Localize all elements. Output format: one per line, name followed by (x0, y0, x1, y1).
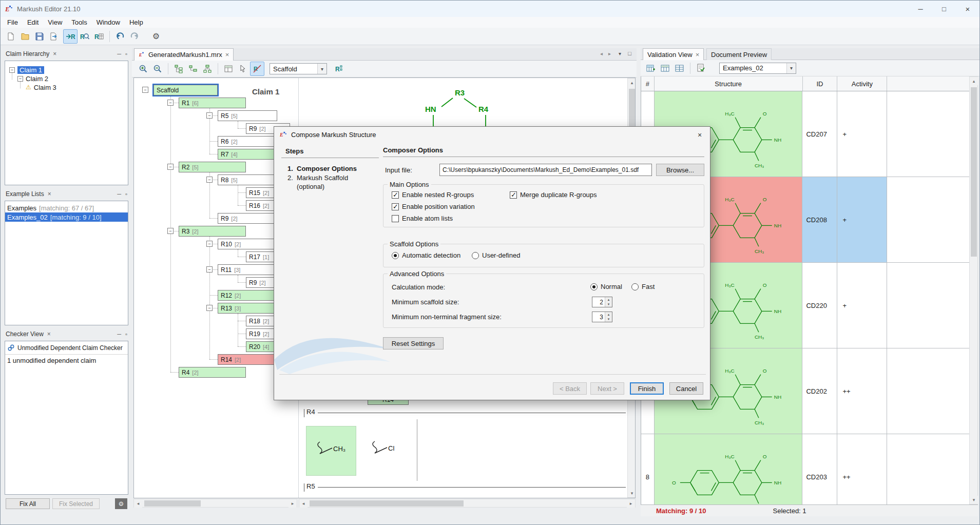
reset-settings-button[interactable]: Reset Settings (383, 337, 444, 349)
activity-cell[interactable]: ++ (837, 434, 887, 504)
close-icon[interactable]: × (696, 51, 700, 59)
close-icon[interactable]: × (46, 330, 52, 338)
activity-cell[interactable]: + (837, 177, 887, 263)
finish-button[interactable]: Finish (630, 382, 664, 395)
id-cell[interactable]: CD208 (802, 177, 837, 263)
activity-cell[interactable]: ++ (837, 348, 887, 434)
scroll-right-icon[interactable]: ▸ (627, 499, 635, 508)
scroll-up-icon[interactable]: ▴ (970, 77, 978, 85)
column-header-id[interactable]: ID (803, 76, 838, 91)
rgroup-node-r3[interactable]: R3[2] (179, 226, 246, 237)
scroll-down-icon[interactable]: ▾ (970, 496, 978, 504)
canvas-horizontal-scrollbar[interactable]: ◂ ▸ (299, 499, 636, 508)
checkbox-enable-atom-lists[interactable]: Enable atom lists (392, 215, 453, 222)
close-icon[interactable]: × (52, 50, 57, 57)
redo-button[interactable] (127, 29, 142, 44)
next-button[interactable]: Next > (590, 382, 624, 395)
fix-selected-button[interactable]: Fix Selected (52, 498, 100, 509)
minimize-panel-icon[interactable]: ─ (117, 331, 121, 337)
expand-all-button[interactable] (171, 62, 186, 76)
rgroup-node-r2[interactable]: R2[5] (179, 162, 246, 172)
rgroup-node-r7[interactable]: R7[4] (218, 149, 277, 160)
grid-view-button[interactable] (221, 62, 236, 76)
tree-layout-button[interactable] (200, 62, 215, 76)
menu-item[interactable]: Edit (23, 17, 43, 27)
checker-item[interactable]: Unmodified Dependent Claim Checker (5, 341, 128, 355)
scrollbar-thumb[interactable] (310, 500, 464, 507)
column-header-num[interactable]: # (641, 76, 655, 91)
claim-item-2[interactable]: − Claim 2 (15, 74, 50, 83)
fix-all-button[interactable]: Fix All (6, 498, 50, 509)
tab-scroll-right-icon[interactable]: ▸ (608, 51, 611, 56)
column-header-activity[interactable]: Activity (837, 76, 887, 91)
tree-expander[interactable]: − (206, 177, 213, 183)
tree-expander[interactable]: − (167, 100, 174, 106)
open-file-button[interactable] (18, 29, 32, 44)
scroll-left-icon[interactable]: ◂ (134, 499, 142, 508)
rgroup-node-r6[interactable]: R6[2] (218, 136, 277, 147)
export-button[interactable] (47, 29, 61, 44)
id-cell[interactable]: CD207 (802, 91, 837, 177)
scroll-down-icon[interactable]: ▾ (628, 489, 636, 497)
tree-expander[interactable]: − (206, 266, 213, 273)
dataset-select[interactable]: Examples_02 ▾ (719, 63, 796, 74)
new-document-button[interactable] (4, 29, 18, 44)
menu-item[interactable]: Window (92, 17, 125, 27)
claim-item-1[interactable]: − Claim 1 (7, 65, 46, 74)
tree-expander[interactable]: − (17, 76, 23, 82)
view-mode-select[interactable]: Scaffold ▾ (270, 63, 327, 74)
rgroup-node-r10[interactable]: R10[2] (218, 239, 277, 249)
row-number-cell[interactable]: 8 (641, 434, 655, 504)
tree-expander[interactable]: − (142, 87, 148, 93)
back-button[interactable]: < Back (553, 382, 587, 395)
rgroup-node-scaffold[interactable]: Scaffold (153, 85, 218, 95)
close-button[interactable]: × (956, 1, 979, 17)
undo-button[interactable] (113, 29, 127, 44)
radio-fast[interactable]: Fast (631, 283, 655, 290)
hide-rlogic-button[interactable]: R (250, 62, 264, 76)
radio-user-defined[interactable]: User-defined (472, 251, 520, 259)
float-panel-icon[interactable]: ▫ (125, 331, 127, 337)
validation-scrollbar[interactable]: ▴ ▾ (969, 76, 978, 504)
minimize-button[interactable]: ─ (909, 1, 932, 17)
rgroup-search-button[interactable]: R (78, 29, 92, 44)
table-row[interactable]: 8 (641, 434, 969, 504)
tree-expander[interactable]: − (9, 67, 15, 73)
zoom-out-button[interactable] (150, 62, 165, 76)
scroll-left-icon[interactable]: ◂ (299, 499, 308, 508)
checker-result[interactable]: 1 unmodified dependent claim (5, 355, 128, 366)
min-fragment-spinner[interactable]: 3 ▴▾ (592, 312, 612, 322)
rgroup-node-r1[interactable]: R1[6] (179, 98, 246, 108)
rgroup-node-r4[interactable]: R4[2] (179, 367, 246, 378)
rgroup-table-button[interactable]: R (92, 29, 106, 44)
radio-automatic-detection[interactable]: Automatic detection (392, 251, 460, 259)
structure-cell[interactable]: O H₃C O NH CH₃ (655, 434, 803, 504)
save-button[interactable] (32, 29, 47, 44)
scroll-right-icon[interactable]: ▸ (289, 499, 297, 508)
example-list-item-selected[interactable]: Examples_02 [matching: 9 / 10] (5, 212, 128, 222)
min-scaffold-spinner[interactable]: 2 ▴▾ (592, 297, 612, 307)
menu-item[interactable]: File (3, 17, 23, 27)
spin-down-icon[interactable]: ▾ (605, 302, 612, 307)
float-panel-icon[interactable]: ▫ (125, 51, 127, 57)
validate-button[interactable] (694, 61, 708, 75)
rgroup-node-r5[interactable]: R5[5] (218, 110, 277, 121)
checker-settings-gear-icon[interactable]: ⚙ (115, 498, 127, 509)
tab-scroll-left-icon[interactable]: ◂ (600, 51, 603, 56)
checkbox-enable-nested-rgroups[interactable]: Enable nested R-groups (392, 191, 474, 199)
rgroup-definition-button[interactable]: R (332, 62, 347, 76)
radio-normal[interactable]: Normal (590, 283, 622, 290)
scrollbar-thumb[interactable] (144, 500, 201, 507)
tree-expander[interactable]: − (206, 112, 213, 119)
rgroup-node-r11[interactable]: R11[3] (218, 264, 277, 275)
zoom-in-button[interactable] (136, 62, 150, 76)
rgroup-node-r12[interactable]: R12[2] (218, 290, 277, 301)
scroll-up-icon[interactable]: ▴ (628, 79, 636, 87)
browse-button[interactable]: Browse... (656, 164, 704, 176)
menu-item[interactable]: Tools (67, 17, 91, 27)
matrix-view-button[interactable] (658, 61, 672, 75)
spin-down-icon[interactable]: ▾ (605, 317, 612, 322)
tree-expander[interactable]: − (167, 228, 174, 234)
fragment-cl[interactable]: Cl (361, 426, 412, 476)
editor-tab[interactable]: E GeneratedMarkush1.mrx × (134, 48, 234, 61)
